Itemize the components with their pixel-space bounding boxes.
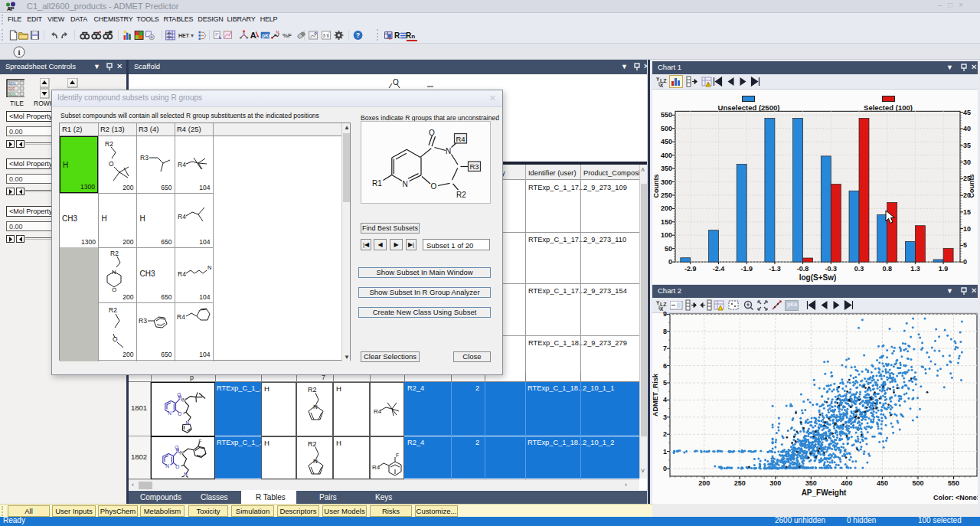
- svg-text:R2: R2: [110, 250, 119, 257]
- svg-text:8: 8: [663, 328, 667, 335]
- svg-text:-0.3: -0.3: [825, 265, 838, 273]
- svg-text:N: N: [165, 462, 169, 468]
- svg-text:-2.4: -2.4: [713, 265, 725, 273]
- svg-text:R2: R2: [105, 140, 113, 148]
- svg-text:-2.9: -2.9: [684, 265, 697, 273]
- svg-text:N: N: [207, 264, 211, 271]
- svg-text:R1: R1: [372, 179, 382, 188]
- svg-text:R4: R4: [178, 161, 186, 168]
- svg-text:O: O: [178, 411, 181, 417]
- svg-text:R2: R2: [109, 306, 117, 314]
- svg-text:R3: R3: [140, 154, 149, 162]
- svg-text:N: N: [168, 410, 172, 416]
- svg-text:F: F: [396, 452, 399, 458]
- svg-text:95%: 95%: [9, 82, 16, 86]
- svg-text:R4: R4: [456, 135, 466, 143]
- svg-text:AE: AE: [167, 31, 172, 35]
- svg-text:R4: R4: [177, 313, 185, 321]
- svg-text:0.8: 0.8: [882, 265, 892, 273]
- svg-text:O: O: [175, 463, 179, 469]
- svg-text:O: O: [175, 444, 178, 449]
- svg-text:O: O: [429, 129, 435, 137]
- svg-text:3: 3: [663, 413, 667, 421]
- svg-text:550: 550: [948, 479, 959, 487]
- svg-text:AP_FWeight: AP_FWeight: [802, 488, 847, 497]
- svg-text:-1.3: -1.3: [769, 265, 781, 273]
- svg-text:N: N: [112, 269, 116, 276]
- svg-text:O: O: [177, 392, 181, 397]
- svg-text:90%: 90%: [9, 93, 16, 96]
- svg-text:ADMET_Risk: ADMET_Risk: [652, 373, 659, 417]
- svg-text:0: 0: [963, 258, 967, 266]
- svg-text:45: 45: [963, 109, 971, 116]
- svg-text:-0.8: -0.8: [797, 265, 809, 273]
- svg-text:5: 5: [963, 241, 967, 249]
- svg-text:450: 450: [661, 138, 672, 145]
- svg-text:!: !: [707, 83, 708, 87]
- svg-text:500: 500: [912, 479, 923, 487]
- svg-text:1: 1: [663, 448, 667, 456]
- svg-text:R4: R4: [178, 213, 186, 221]
- svg-text:500: 500: [661, 125, 672, 132]
- svg-text:R2: R2: [308, 440, 317, 448]
- svg-text:N: N: [186, 420, 190, 426]
- svg-text:R4: R4: [374, 408, 382, 415]
- svg-text:N: N: [184, 471, 188, 476]
- svg-text:Counts: Counts: [968, 175, 975, 198]
- svg-text:Counts: Counts: [652, 175, 660, 198]
- svg-text:9: 9: [663, 312, 667, 318]
- svg-text:O: O: [109, 160, 114, 168]
- svg-text:1.3: 1.3: [910, 265, 920, 273]
- svg-text:N: N: [276, 30, 279, 34]
- svg-text:50: 50: [665, 245, 672, 253]
- svg-text:10: 10: [963, 225, 971, 233]
- svg-text:N: N: [403, 180, 408, 188]
- svg-text:7: 7: [663, 345, 667, 352]
- svg-text:R3: R3: [470, 162, 479, 171]
- svg-text:350: 350: [661, 165, 672, 172]
- svg-text:AP: AP: [7, 6, 15, 11]
- svg-text:ME: ME: [167, 35, 172, 39]
- svg-text:N: N: [182, 397, 186, 403]
- svg-text:N: N: [313, 458, 318, 465]
- svg-text:-1.9: -1.9: [740, 265, 753, 273]
- svg-text:2: 2: [663, 430, 667, 438]
- svg-text:400: 400: [661, 152, 672, 159]
- svg-text:30P: 30P: [9, 87, 15, 91]
- svg-text:O: O: [113, 335, 118, 343]
- svg-text:450: 450: [877, 479, 888, 487]
- svg-text:100: 100: [661, 231, 672, 239]
- svg-text:1.9: 1.9: [939, 265, 949, 273]
- svg-text:250: 250: [661, 191, 672, 199]
- svg-text:300: 300: [661, 178, 672, 186]
- svg-text:O: O: [112, 286, 116, 293]
- svg-text:200: 200: [698, 479, 710, 487]
- svg-text:4: 4: [663, 396, 667, 403]
- svg-text:R: R: [389, 36, 392, 41]
- svg-text:R3: R3: [139, 317, 147, 325]
- svg-text:15: 15: [963, 208, 971, 216]
- svg-text:350: 350: [805, 479, 817, 487]
- svg-text:?: ?: [356, 31, 360, 39]
- svg-text:6: 6: [663, 362, 667, 370]
- svg-text:0: 0: [663, 465, 667, 472]
- svg-text:0.3: 0.3: [854, 265, 864, 273]
- svg-text:N: N: [180, 449, 184, 455]
- svg-text:300: 300: [769, 479, 781, 487]
- svg-text:log(S+Sw): log(S+Sw): [799, 273, 837, 282]
- svg-text:400: 400: [841, 479, 852, 487]
- svg-text:F: F: [199, 439, 202, 444]
- svg-text:R2: R2: [308, 386, 317, 394]
- svg-text:O: O: [431, 182, 437, 191]
- svg-text:i: i: [18, 47, 21, 57]
- svg-text:0: 0: [668, 258, 672, 266]
- svg-text:N: N: [446, 147, 451, 155]
- svg-text:35: 35: [963, 142, 971, 149]
- svg-text:550: 550: [661, 111, 672, 119]
- svg-text:250: 250: [734, 479, 746, 487]
- svg-text:30: 30: [963, 158, 971, 166]
- svg-text:5: 5: [663, 379, 667, 387]
- svg-text:N: N: [313, 403, 318, 410]
- svg-text:R4: R4: [178, 270, 186, 278]
- svg-text:40: 40: [963, 125, 971, 132]
